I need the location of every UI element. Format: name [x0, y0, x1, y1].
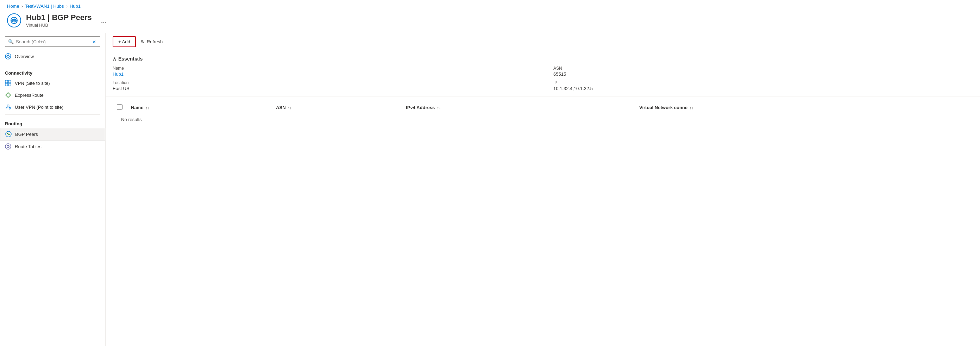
sidebar-item-uservpn-label: User VPN (Point to site) — [15, 105, 64, 110]
breadcrumb: Home › TestVWAN1 | Hubs › Hub1 — [0, 0, 980, 11]
sidebar-item-vpn-label: VPN (Site to site) — [15, 81, 50, 86]
svg-rect-12 — [8, 83, 11, 86]
essentials-grid: Name Hub1 ASN 65515 Location East US IP … — [113, 66, 973, 91]
main-layout: 🔍 « Overview Connectivity — [0, 33, 980, 346]
essentials-location-value: East US — [113, 86, 532, 91]
breadcrumb-hub1[interactable]: Hub1 — [70, 3, 81, 9]
sidebar-item-bgp-peers[interactable]: BGP Peers — [0, 128, 105, 140]
main-content: + Add ↻ Refresh ∧ Essentials Name Hub1 — [106, 33, 980, 346]
table-no-results-row: No results — [113, 114, 973, 125]
sidebar-item-overview-label: Overview — [15, 54, 34, 59]
th-checkbox — [113, 101, 127, 114]
search-input[interactable] — [16, 39, 89, 45]
select-all-checkbox[interactable] — [117, 104, 123, 110]
bgp-peers-icon — [5, 131, 12, 137]
table-section: Name ↑↓ ASN ↑↓ IPv4 Addr — [106, 96, 980, 130]
sidebar-item-expressroute-label: ExpressRoute — [15, 92, 44, 98]
essentials-name-label: Name — [113, 66, 532, 71]
essentials-asn-field: ASN 65515 — [554, 66, 973, 77]
more-options-button[interactable]: ... — [98, 15, 110, 26]
add-button[interactable]: + Add — [113, 36, 136, 47]
route-tables-icon — [5, 143, 11, 150]
breadcrumb-testvwan1[interactable]: TestVWAN1 | Hubs — [25, 3, 64, 9]
page-header: Hub1 | BGP Peers Virtual HUB ... — [0, 11, 980, 33]
collapse-sidebar-button[interactable]: « — [91, 38, 97, 45]
search-bar-container: 🔍 « — [5, 36, 100, 47]
essentials-header[interactable]: ∧ Essentials — [113, 56, 973, 62]
th-asn-label: ASN — [276, 105, 285, 110]
table-header-row: Name ↑↓ ASN ↑↓ IPv4 Addr — [113, 101, 973, 114]
svg-rect-11 — [5, 83, 8, 86]
svg-marker-13 — [6, 92, 11, 97]
th-ipv4-label: IPv4 Address — [406, 105, 435, 110]
sidebar-divider-2 — [5, 115, 100, 115]
essentials-location-label: Location — [113, 80, 532, 85]
page-subtitle: Virtual HUB — [26, 23, 92, 28]
essentials-asn-label: ASN — [554, 66, 973, 71]
th-vnet-conn-label: Virtual Network conne — [639, 105, 687, 110]
expressroute-icon — [5, 92, 11, 98]
bgp-peers-table: Name ↑↓ ASN ↑↓ IPv4 Addr — [113, 101, 973, 125]
toolbar: + Add ↻ Refresh — [106, 33, 980, 51]
essentials-name-value: Hub1 — [113, 72, 532, 77]
sort-icon-asn: ↑↓ — [288, 106, 292, 110]
refresh-button[interactable]: ↻ Refresh — [137, 37, 167, 46]
refresh-label: Refresh — [147, 39, 163, 45]
hub-icon — [7, 13, 21, 27]
svg-point-4 — [7, 55, 9, 57]
th-asn[interactable]: ASN ↑↓ — [272, 101, 402, 114]
svg-point-14 — [7, 105, 9, 107]
essentials-name-link[interactable]: Hub1 — [113, 72, 124, 77]
essentials-location-field: Location East US — [113, 80, 532, 91]
essentials-ip-field: IP 10.1.32.4,10.1.32.5 — [554, 80, 973, 91]
sidebar-section-connectivity: Connectivity — [0, 65, 105, 77]
sidebar: 🔍 « Overview Connectivity — [0, 33, 106, 346]
sort-icon-ipv4: ↑↓ — [437, 106, 441, 110]
search-icon: 🔍 — [8, 39, 14, 45]
svg-rect-10 — [8, 80, 11, 83]
th-name[interactable]: Name ↑↓ — [127, 101, 272, 114]
sidebar-item-route-tables-label: Route Tables — [15, 144, 41, 149]
sidebar-divider-1 — [5, 64, 100, 64]
sort-icon-vnet: ↑↓ — [690, 106, 694, 110]
essentials-ip-value: 10.1.32.4,10.1.32.5 — [554, 86, 973, 91]
sidebar-item-route-tables[interactable]: Route Tables — [0, 140, 105, 153]
svg-rect-9 — [5, 80, 8, 83]
th-vnet-conn[interactable]: Virtual Network conne ↑↓ — [635, 101, 973, 114]
essentials-asn-value: 65515 — [554, 72, 973, 77]
overview-icon — [5, 53, 11, 59]
sidebar-item-user-vpn[interactable]: User VPN (Point to site) — [0, 101, 105, 113]
essentials-section: ∧ Essentials Name Hub1 ASN 65515 Locatio… — [106, 51, 980, 96]
th-name-label: Name — [131, 105, 143, 110]
sidebar-section-routing: Routing — [0, 116, 105, 128]
sidebar-item-expressroute[interactable]: ExpressRoute — [0, 89, 105, 101]
essentials-name-field: Name Hub1 — [113, 66, 532, 77]
th-ipv4[interactable]: IPv4 Address ↑↓ — [402, 101, 635, 114]
sort-icon-name: ↑↓ — [145, 106, 149, 110]
sidebar-item-vpn-site-to-site[interactable]: VPN (Site to site) — [0, 77, 105, 89]
essentials-label: Essentials — [118, 56, 143, 62]
vpn-icon — [5, 80, 11, 86]
breadcrumb-home[interactable]: Home — [7, 3, 19, 9]
user-vpn-icon — [5, 104, 11, 110]
sidebar-item-overview[interactable]: Overview — [0, 50, 105, 62]
essentials-ip-label: IP — [554, 80, 973, 85]
no-results-label: No results — [117, 114, 146, 125]
page-title: Hub1 | BGP Peers — [26, 13, 92, 22]
sidebar-item-bgp-label: BGP Peers — [15, 132, 38, 137]
refresh-icon: ↻ — [141, 39, 145, 45]
svg-point-20 — [8, 146, 8, 147]
essentials-collapse-icon: ∧ — [113, 56, 116, 62]
